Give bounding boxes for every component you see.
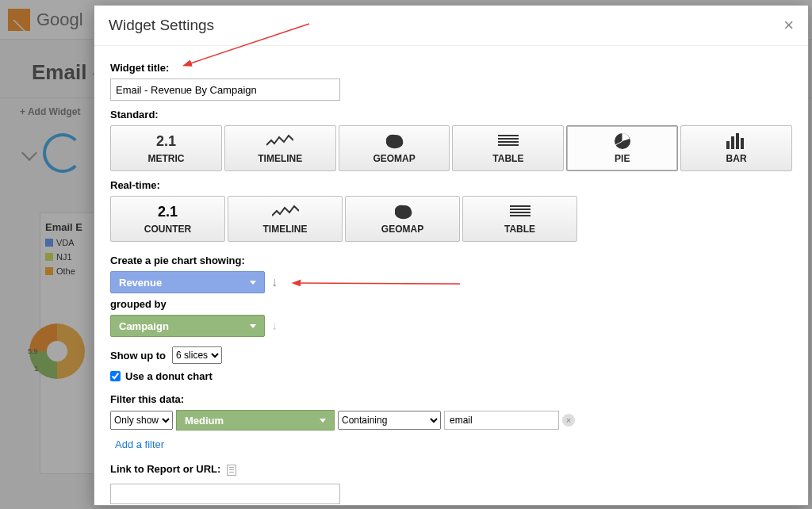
tile-label: METRIC [147, 153, 184, 164]
svg-rect-7 [726, 141, 730, 149]
modal-title: Widget Settings [109, 17, 214, 34]
geomap-icon [388, 203, 418, 220]
dimension-dropdown[interactable]: Campaign [110, 315, 265, 337]
tile-rt-table[interactable]: TABLE [462, 196, 577, 242]
show-up-to-label: Show up to [110, 350, 166, 362]
metric-icon: 2.1 [151, 132, 181, 150]
tile-table[interactable]: TABLE [452, 125, 564, 171]
tile-label: TABLE [492, 153, 523, 164]
tile-label: BAR [726, 153, 747, 164]
tile-timeline[interactable]: TIMELINE [224, 125, 336, 171]
grouped-by-label: grouped by [110, 298, 792, 310]
svg-rect-0 [498, 135, 519, 136]
caret-down-icon [250, 281, 256, 285]
close-icon[interactable]: × [783, 15, 794, 36]
filter-dim-value: Medium [185, 415, 224, 427]
tile-label: TABLE [504, 224, 535, 235]
document-icon[interactable] [227, 465, 236, 476]
filter-row: Only show Medium Containing × [110, 410, 792, 431]
tile-label: PIE [615, 153, 630, 164]
svg-rect-2 [498, 141, 519, 143]
filter-mode-select[interactable]: Only show [110, 411, 173, 430]
tile-label: TIMELINE [258, 153, 302, 164]
caret-down-icon [250, 324, 256, 328]
widget-settings-modal: Widget Settings × Widget title: Standard… [94, 5, 809, 506]
tile-pie[interactable]: PIE [566, 125, 678, 171]
tile-metric[interactable]: 2.1 METRIC [110, 125, 222, 171]
realtime-tile-row: 2.1 COUNTER TIMELINE GEOMAP TABLE [110, 196, 792, 242]
donut-checkbox-label: Use a donut chart [125, 370, 213, 382]
caret-down-icon [320, 419, 326, 423]
svg-rect-12 [510, 209, 530, 210]
tile-geomap[interactable]: GEOMAP [339, 125, 450, 171]
create-pie-label: Create a pie chart showing: [110, 254, 792, 266]
widget-title-input[interactable] [110, 78, 340, 101]
modal-header: Widget Settings × [94, 6, 808, 46]
filter-section-label: Filter this data: [110, 393, 792, 405]
filter-value-input[interactable] [444, 411, 559, 430]
dimension-dropdown-value: Campaign [119, 320, 169, 332]
tile-counter[interactable]: 2.1 COUNTER [110, 196, 225, 242]
timeline-icon [270, 203, 301, 220]
tile-rt-timeline[interactable]: TIMELINE [228, 196, 343, 242]
svg-rect-13 [510, 212, 530, 213]
tile-label: TIMELINE [263, 224, 308, 235]
standard-label: Standard: [110, 109, 792, 121]
pie-icon [607, 132, 638, 150]
widget-title-label: Widget title: [110, 62, 792, 74]
geomap-icon [379, 132, 409, 150]
tile-label: COUNTER [144, 224, 191, 235]
table-icon [505, 203, 535, 220]
filter-dimension-dropdown[interactable]: Medium [176, 410, 335, 431]
slices-select[interactable]: 6 slices [172, 346, 222, 364]
tile-rt-geomap[interactable]: GEOMAP [345, 196, 460, 242]
svg-rect-9 [736, 133, 739, 149]
link-report-label: Link to Report or URL: [110, 463, 220, 475]
counter-icon: 2.1 [153, 203, 183, 220]
tile-bar[interactable]: BAR [680, 125, 792, 171]
table-icon [493, 132, 523, 150]
filter-match-select[interactable]: Containing [338, 411, 441, 430]
timeline-icon [265, 132, 295, 150]
svg-rect-14 [510, 215, 530, 216]
sort-desc-icon[interactable]: ↓ [271, 275, 278, 289]
svg-rect-3 [498, 144, 519, 146]
tile-label: GEOMAP [373, 153, 415, 164]
add-filter-link[interactable]: Add a filter [115, 438, 792, 450]
realtime-label: Real-time: [110, 179, 792, 191]
sort-desc-icon[interactable]: ↓ [271, 319, 278, 333]
svg-rect-8 [731, 136, 734, 149]
metric-dropdown-value: Revenue [119, 277, 162, 289]
svg-rect-11 [510, 205, 530, 207]
tile-label: GEOMAP [381, 224, 423, 235]
svg-rect-10 [741, 138, 744, 149]
modal-body: Widget title: Standard: 2.1 METRIC TIMEL… [94, 46, 808, 506]
svg-rect-1 [498, 138, 519, 140]
link-report-input[interactable] [110, 484, 340, 504]
bar-icon [722, 132, 752, 150]
metric-dropdown[interactable]: Revenue [110, 271, 265, 293]
remove-filter-icon[interactable]: × [562, 414, 575, 427]
donut-checkbox[interactable] [110, 371, 121, 381]
standard-tile-row: 2.1 METRIC TIMELINE GEOMAP TABLE PIE [110, 125, 792, 171]
